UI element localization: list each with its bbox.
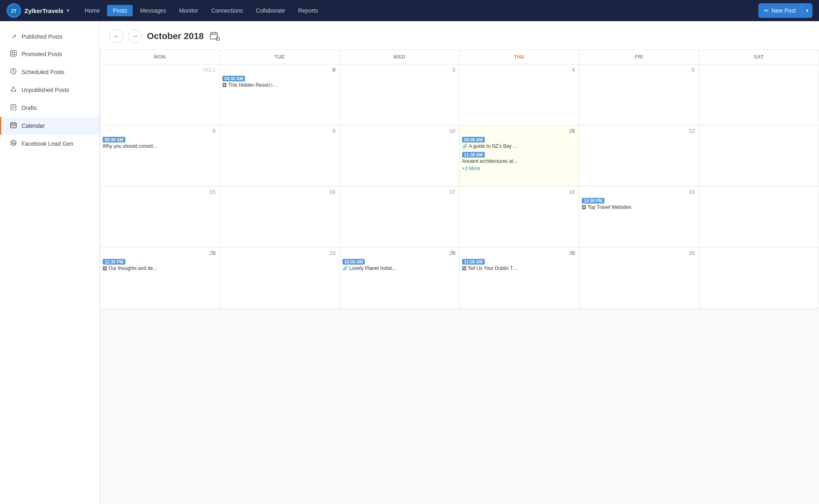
new-post-dropdown-arrow[interactable]: ▾ <box>802 8 812 13</box>
day-number: 3 <box>342 67 457 73</box>
day-header-tue: TUE <box>220 50 339 64</box>
brand[interactable]: ZT ZylkerTravels ▾ <box>7 3 69 18</box>
time-badge: 12:30 PM <box>582 198 604 204</box>
sidebar-item-unpublished[interactable]: Unpublished Posts <box>0 81 99 99</box>
day-cell-w2-sat <box>699 125 819 186</box>
event-title: 🔗 A guide to NZ's Bay of Is... <box>462 143 519 149</box>
day-number: 26 <box>582 250 696 256</box>
sidebar-item-scheduled[interactable]: Scheduled Posts <box>0 63 99 81</box>
nav-collaborate[interactable]: Collaborate <box>250 5 291 16</box>
event-row[interactable]: 11:00 AM 🖼 Tell Us Your Dublin Trav... <box>462 258 576 271</box>
repeat-icon: ↻ <box>571 128 576 134</box>
day-cell-17: 17 <box>340 186 460 248</box>
sidebar-item-published[interactable]: ↗ Published Posts <box>0 28 99 45</box>
top-nav: ZT ZylkerTravels ▾ Home Posts Messages M… <box>0 0 819 21</box>
repeat-icon: ↻ <box>212 250 216 256</box>
time-badge: 11:00 AM <box>462 259 485 265</box>
repeat-icon: ↻ <box>571 250 576 256</box>
day-cell-10: 10 <box>340 125 460 186</box>
next-month-button[interactable]: → <box>128 29 142 43</box>
sidebar-label-calendar: Calendar <box>22 123 45 129</box>
scheduled-icon <box>9 68 18 76</box>
event-row-2[interactable]: 11:30 AM Ancient architectures at Ka... <box>462 151 576 164</box>
sidebar-item-calendar[interactable]: Calendar <box>0 117 99 135</box>
promoted-icon <box>9 50 18 58</box>
day-cell-8: 8 08:30 AM Why you should consider a ... <box>100 125 220 186</box>
day-number: 2 <box>222 67 337 73</box>
sidebar-label-drafts: Drafts <box>22 105 37 111</box>
repeat-icon: ↻ <box>451 250 456 256</box>
day-number: Oct 1 <box>103 67 217 73</box>
event-title-2: Ancient architectures at Ka... <box>462 158 519 164</box>
sidebar-label-facebook: Facebook Lead Gen <box>22 140 73 147</box>
event-row[interactable]: 10:00 AM 🔗 Lonely Planet India!... <box>342 258 457 271</box>
time-badge: 08:30 AM <box>103 137 125 142</box>
image-icon: 🖼 <box>103 266 107 271</box>
day-number: 16 <box>222 189 337 195</box>
link-icon: 🔗 <box>462 144 468 149</box>
nav-posts[interactable]: Posts <box>107 5 133 16</box>
sidebar-item-promoted[interactable]: Promoted Posts <box>0 45 99 63</box>
nav-home[interactable]: Home <box>79 5 105 16</box>
sidebar-label-scheduled: Scheduled Posts <box>22 69 64 75</box>
facebook-icon <box>9 140 18 148</box>
day-header-mon: MON <box>100 50 220 64</box>
day-header-thu: THU <box>460 50 579 64</box>
event-title: 🖼 Tell Us Your Dublin Trav... <box>462 265 519 271</box>
day-number: 25 <box>462 250 576 256</box>
new-post-button[interactable]: ✏ New Post ▾ <box>758 3 812 18</box>
event-title: 🖼 Our thoughts and deepe... <box>103 265 160 271</box>
day-cell-w3-sat <box>699 186 819 248</box>
layout: ↗ Published Posts Promoted Posts <box>0 21 819 504</box>
day-cell-w1-sat <box>699 64 819 125</box>
event-row[interactable]: 12:30 PM 🖼 Our thoughts and deepe... <box>103 258 217 271</box>
day-number: 10 <box>342 128 457 134</box>
nav-connections[interactable]: Connections <box>206 5 249 16</box>
time-badge: 08:30 AM <box>222 76 245 81</box>
day-cell-18: 18 <box>460 186 579 248</box>
day-cell-5: 5 <box>579 64 699 125</box>
day-header-sat: SAT <box>699 50 819 64</box>
new-post-label: New Post <box>771 7 796 14</box>
day-number: 15 <box>103 189 217 195</box>
time-badge: 09:00 AM <box>462 137 485 142</box>
time-badge-2: 11:30 AM <box>462 152 485 158</box>
svg-text:ZT: ZT <box>11 9 17 13</box>
event-row[interactable]: 12:30 PM 🖼 Top Travel Websites <box>582 197 696 210</box>
brand-name: ZylkerTravels <box>24 7 64 14</box>
more-link[interactable]: +3 More <box>462 166 576 171</box>
nav-monitor[interactable]: Monitor <box>173 5 204 16</box>
image-icon: 🖼 <box>582 205 586 210</box>
event-title: 🖼 This Hidden Resort in Ar... <box>222 82 279 88</box>
day-header-fri: FRI <box>579 50 699 64</box>
event-title: 🔗 Lonely Planet India!... <box>342 265 399 271</box>
event-row[interactable]: 08:30 AM 🖼 This Hidden Resort in Ar... <box>222 75 337 88</box>
sidebar-item-facebook[interactable]: Facebook Lead Gen <box>0 135 99 153</box>
day-number: 11 <box>462 128 576 134</box>
event-title: Why you should consider a ... <box>103 143 160 149</box>
svg-rect-4 <box>14 52 15 53</box>
image-icon: 🖼 <box>462 266 466 271</box>
nav-messages[interactable]: Messages <box>134 5 172 16</box>
pencil-icon: ✏ <box>764 7 769 14</box>
day-cell-22: 22 ↻ 12:30 PM 🖼 Our thoughts and deepe..… <box>100 248 220 309</box>
prev-month-button[interactable]: ← <box>109 29 123 43</box>
sidebar-label-published: Published Posts <box>22 33 62 40</box>
svg-rect-10 <box>12 125 13 126</box>
sidebar-item-drafts[interactable]: Drafts <box>0 99 99 117</box>
calendar-icon <box>9 122 18 130</box>
calendar-header: ← → October 2018 <box>100 21 819 50</box>
sidebar-label-promoted: Promoted Posts <box>22 51 62 57</box>
nav-reports[interactable]: Reports <box>292 5 324 16</box>
link-icon: 🔗 <box>342 266 348 271</box>
event-row[interactable]: 09:00 AM 🔗 A guide to NZ's Bay of Is... <box>462 136 576 149</box>
calendar-search-button[interactable] <box>208 30 221 43</box>
day-cell-19: 19 12:30 PM 🖼 Top Travel Websites <box>579 186 699 248</box>
day-cell-9: 9 <box>220 125 339 186</box>
day-cell-24: 24 ↻ 10:00 AM 🔗 Lonely Planet India!... <box>340 248 460 309</box>
svg-rect-5 <box>12 54 13 55</box>
day-cell-26: 26 <box>579 248 699 309</box>
brand-logo: ZT <box>7 3 21 18</box>
day-number: 19 <box>582 189 696 195</box>
event-row[interactable]: 08:30 AM Why you should consider a ... <box>103 136 217 149</box>
